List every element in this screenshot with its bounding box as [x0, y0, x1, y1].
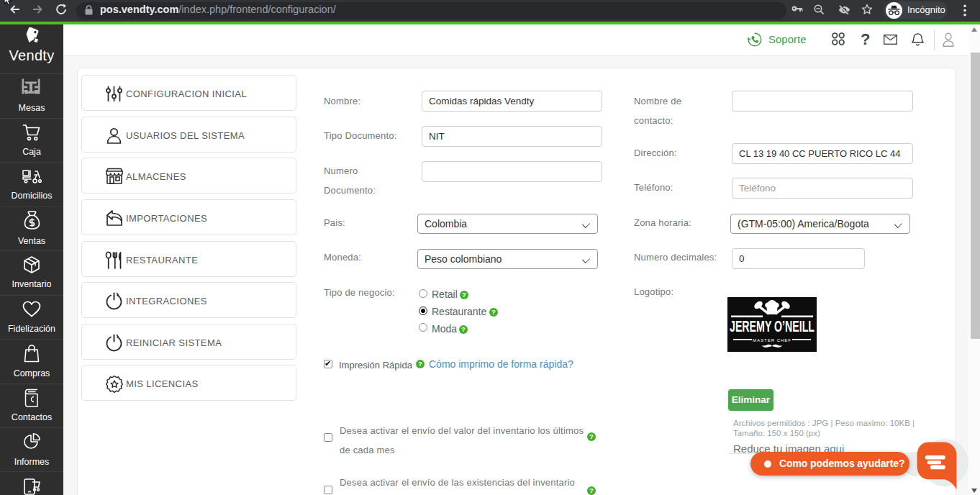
svg-text:MASTER CHEF: MASTER CHEF — [753, 338, 791, 342]
svg-text:JEREMY O’NEILL: JEREMY O’NEILL — [730, 317, 815, 335]
